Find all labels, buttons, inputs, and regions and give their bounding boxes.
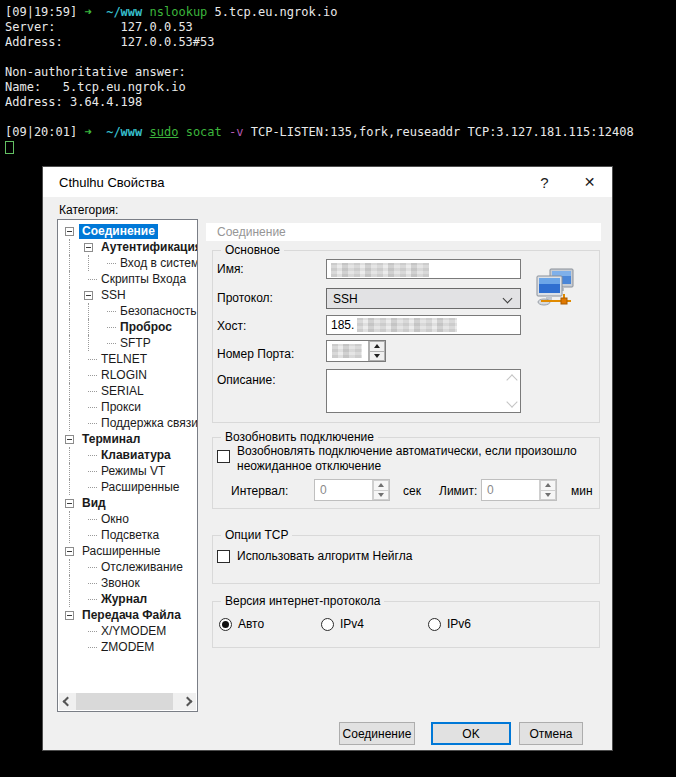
tree-connector xyxy=(84,575,98,591)
tree-item-отслеживание[interactable]: Отслеживание xyxy=(65,559,197,575)
collapse-icon[interactable] xyxy=(84,291,93,300)
spin-up-icon[interactable] xyxy=(369,341,385,351)
terminal-text: sudo xyxy=(150,125,179,139)
terminal-text: ~/www xyxy=(106,125,149,139)
tree-item-telnet[interactable]: TELNET xyxy=(65,351,197,367)
collapse-icon[interactable] xyxy=(65,547,74,556)
tree-branch-line xyxy=(88,583,97,584)
terminal-text: ➜ xyxy=(84,125,91,139)
collapse-icon[interactable] xyxy=(65,499,74,508)
tree-item-x-ymodem[interactable]: X/YMODEM xyxy=(65,623,197,639)
host-input[interactable]: 185. xyxy=(326,315,521,335)
tree-item-вход-в-систему[interactable]: Вход в систему xyxy=(65,255,197,271)
cancel-button[interactable]: Отмена xyxy=(519,722,583,745)
terminal-text: Address: 3.64.4.198 xyxy=(5,95,142,109)
collapse-icon[interactable] xyxy=(65,611,74,620)
tree-item-label: Безопасность xyxy=(117,304,198,319)
terminal-text: [09|19:59] xyxy=(5,5,84,19)
radio-ipv4[interactable]: IPv4 xyxy=(321,617,364,631)
tree-connector xyxy=(103,319,117,335)
tree-item-клавиатура[interactable]: Клавиатура xyxy=(65,447,197,463)
terminal-line: Name: 5.tcp.eu.ngrok.io xyxy=(5,80,676,95)
tree-item-терминал[interactable]: Терминал xyxy=(65,431,197,447)
tree-item-расширенные[interactable]: Расширенные xyxy=(65,543,197,559)
tree-item-label: Соединение xyxy=(79,224,158,239)
tree-guide xyxy=(65,399,84,415)
category-tree: СоединениеАутентификацияВход в системуСк… xyxy=(57,219,198,712)
tree-item-окно[interactable]: Окно xyxy=(65,511,197,527)
limit-spinner[interactable]: 0 xyxy=(481,479,557,501)
tree-item-безопасность[interactable]: Безопасность xyxy=(65,303,197,319)
host-value: 185. xyxy=(331,318,354,332)
close-icon[interactable]: ✕ xyxy=(567,167,612,197)
tree-item-режимы-vt[interactable]: Режимы VT xyxy=(65,463,197,479)
terminal-screen[interactable]: [09|19:59] ➜ ~/www nslookup 5.tcp.eu.ngr… xyxy=(5,5,676,155)
properties-dialog: Cthulhu Свойства ? ✕ Категория: Соединен… xyxy=(42,166,613,751)
radio-ipv6[interactable]: IPv6 xyxy=(428,617,471,631)
tree-item-соединение[interactable]: Соединение xyxy=(65,223,197,239)
port-label: Номер Порта: xyxy=(217,347,294,361)
tree-item-zmodem[interactable]: ZMODEM xyxy=(65,639,197,655)
tree-item-rlogin[interactable]: RLOGIN xyxy=(65,367,197,383)
redacted-value xyxy=(357,318,457,332)
protocol-value: SSH xyxy=(333,292,358,306)
tree-item-sftp[interactable]: SFTP xyxy=(65,335,197,351)
dialog-titlebar[interactable]: Cthulhu Свойства ? ✕ xyxy=(43,167,612,197)
tree-horizontal-scrollbar[interactable] xyxy=(59,693,196,710)
tree-item-serial[interactable]: SERIAL xyxy=(65,383,197,399)
tree-item-label: X/YMODEM xyxy=(98,624,169,639)
connect-button[interactable]: Соединение xyxy=(339,722,415,745)
tree-connector xyxy=(84,623,98,639)
tree-connector xyxy=(84,287,98,303)
tree-item-прокси[interactable]: Прокси xyxy=(65,399,197,415)
tree-item-расширенные[interactable]: Расширенные xyxy=(65,479,197,495)
protocol-select[interactable]: SSH xyxy=(326,288,521,309)
category-label: Категория: xyxy=(59,203,118,217)
tree-guide xyxy=(65,527,84,543)
nagle-checkbox[interactable] xyxy=(217,550,230,563)
tree-branch-line xyxy=(88,359,97,360)
name-input[interactable] xyxy=(326,259,521,279)
collapse-icon[interactable] xyxy=(65,435,74,444)
interval-label: Интервал: xyxy=(231,484,288,498)
reconnect-checkbox[interactable] xyxy=(217,450,230,463)
tree-item-поддержка-связи[interactable]: Поддержка связи xyxy=(65,415,197,431)
tree-item-журнал[interactable]: Журнал xyxy=(65,591,197,607)
tree-item-проброс[interactable]: Проброс xyxy=(65,319,197,335)
terminal-text xyxy=(92,5,106,19)
interval-spinner[interactable]: 0 xyxy=(314,479,390,501)
tree-item-подсветка[interactable]: Подсветка xyxy=(65,527,197,543)
tree-item-передача-файла[interactable]: Передача Файла xyxy=(65,607,197,623)
scrollbar-thumb[interactable] xyxy=(76,693,173,710)
tree-branch-line xyxy=(88,455,97,456)
scroll-right-icon[interactable] xyxy=(179,693,196,710)
tree-connector xyxy=(84,511,98,527)
ok-button[interactable]: OK xyxy=(431,722,511,745)
tree-item-label: TELNET xyxy=(98,352,150,367)
tree-item-вид[interactable]: Вид xyxy=(65,495,197,511)
tree-item-label: Звонок xyxy=(98,576,143,591)
tree-item-ssh[interactable]: SSH xyxy=(65,287,197,303)
terminal-text: nslookup xyxy=(150,5,215,19)
tree-guide xyxy=(65,511,84,527)
tree-item-аутентификация[interactable]: Аутентификация xyxy=(65,239,197,255)
nagle-checkbox-label: Использовать алгоритм Нейгла xyxy=(237,549,412,564)
tree-item-звонок[interactable]: Звонок xyxy=(65,575,197,591)
scroll-left-icon[interactable] xyxy=(59,693,76,710)
tree-connector xyxy=(65,223,79,239)
chevron-down-icon xyxy=(503,294,513,304)
tree-guide xyxy=(65,319,84,335)
help-icon[interactable]: ? xyxy=(522,167,567,197)
description-textarea[interactable] xyxy=(326,369,521,413)
tree-branch-line xyxy=(88,519,97,520)
tree-item-скрипты-входа[interactable]: Скрипты Входа xyxy=(65,271,197,287)
terminal-line: [09|19:59] ➜ ~/www nslookup 5.tcp.eu.ngr… xyxy=(5,5,676,20)
tree-item-label: Расширенные xyxy=(79,544,164,559)
spin-down-icon[interactable] xyxy=(369,351,385,362)
radio-авто[interactable]: Авто xyxy=(219,617,264,631)
collapse-icon[interactable] xyxy=(84,243,93,252)
port-spinner[interactable] xyxy=(326,340,386,362)
redacted-value xyxy=(332,344,362,358)
collapse-icon[interactable] xyxy=(65,227,74,236)
tree-item-label: Вид xyxy=(79,496,109,511)
